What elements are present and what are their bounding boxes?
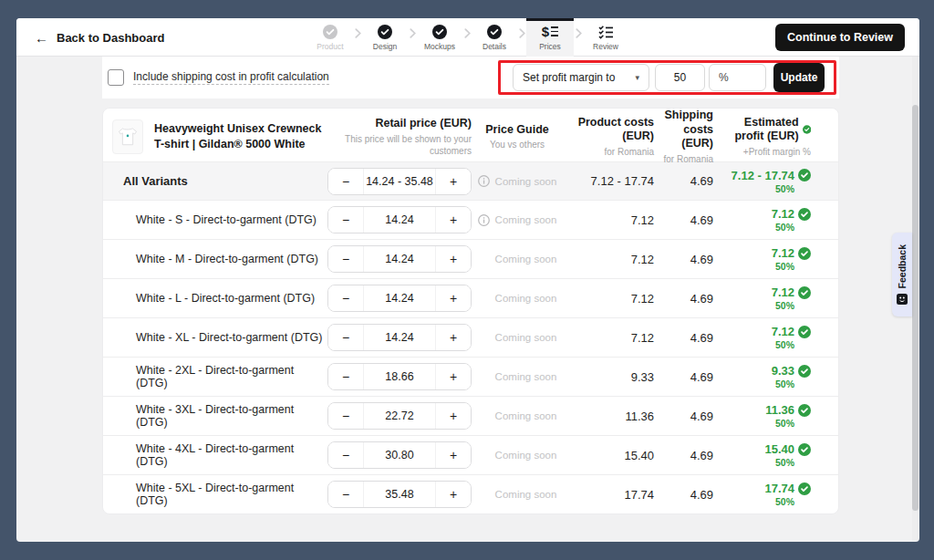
variant-name: White - 4XL - Direct-to-garment (DTG) (103, 442, 327, 468)
back-arrow-icon: ← (35, 31, 48, 45)
shipping-cost-value: 4.69 (658, 292, 717, 306)
include-shipping-checkbox-row[interactable]: Include shipping cost in profit calculat… (102, 69, 329, 86)
retail-price-value[interactable]: 35.48 (363, 482, 436, 507)
info-icon[interactable] (478, 214, 490, 226)
step-mockups[interactable]: Mockups (417, 18, 462, 57)
check-circle-icon (432, 25, 447, 39)
decrease-price-button[interactable]: − (328, 246, 363, 272)
price-guide-status: Coming soon (495, 332, 557, 343)
profit-margin-percent: 50% (717, 261, 811, 272)
retail-price-stepper: − 14.24 + (327, 324, 472, 351)
col-shipping-costs-subtitle: for Romania (658, 153, 713, 165)
profit-margin-percent: 50% (717, 222, 811, 233)
step-label: Mockups (424, 42, 455, 51)
retail-price-value[interactable]: 14.24 (363, 246, 436, 272)
table-row: White - XL - Direct-to-garment (DTG) − 1… (103, 317, 838, 357)
shipping-cost-value: 4.69 (658, 253, 717, 266)
profit-margin-highlight-box: Set profit margin to ▾ 50 % Update (498, 60, 836, 95)
green-check-icon (798, 326, 811, 338)
include-shipping-checkbox[interactable] (108, 69, 124, 86)
pricing-table-card: Heavyweight Unisex Crewneck T-shirt | Gi… (102, 108, 839, 514)
margin-value-input[interactable]: 50 (655, 64, 705, 91)
shipping-cost-value: 4.69 (658, 370, 717, 384)
variant-name: White - S - Direct-to-garment (DTG) (103, 213, 327, 226)
retail-price-value[interactable]: 14.24 (363, 207, 436, 233)
chevron-down-icon: ▾ (635, 73, 639, 82)
increase-price-button[interactable]: + (436, 285, 471, 311)
chevron-right-icon (462, 18, 472, 57)
chevron-right-icon (408, 18, 417, 57)
retail-price-value[interactable]: 18.66 (363, 364, 436, 389)
price-guide-status: Coming soon (495, 176, 557, 187)
green-check-icon (798, 482, 811, 495)
chevron-right-icon (574, 18, 583, 57)
step-details[interactable]: Details (472, 18, 517, 57)
col-guide-subtitle: You vs others (475, 139, 559, 150)
decrease-price-button[interactable]: − (328, 169, 363, 194)
price-guide-status: Coming soon (495, 254, 557, 264)
shipping-cost-value: 4.69 (658, 331, 717, 345)
retail-price-value[interactable]: 14.24 - 35.48 (363, 169, 436, 194)
info-icon[interactable] (478, 175, 490, 187)
product-cost-value: 7.12 - 17.74 (559, 174, 658, 188)
retail-price-value[interactable]: 30.80 (363, 442, 436, 468)
product-cost-value: 11.36 (559, 410, 658, 423)
review-checklist-icon (598, 25, 614, 39)
col-product-costs-subtitle: for Romania (559, 146, 654, 158)
increase-price-button[interactable]: + (436, 403, 471, 429)
back-label: Back to Dashboard (57, 31, 164, 45)
back-to-dashboard-link[interactable]: ← Back to Dashboard (35, 18, 164, 57)
margin-mode-dropdown[interactable]: Set profit margin to ▾ (513, 64, 649, 91)
decrease-price-button[interactable]: − (328, 442, 363, 468)
retail-price-stepper: − 14.24 + (327, 245, 472, 273)
profit-margin-percent: 50% (717, 379, 811, 389)
product-title: Heavyweight Unisex Crewneck T-shirt | Gi… (154, 121, 327, 152)
decrease-price-button[interactable]: − (328, 482, 363, 507)
product-thumbnail (112, 119, 143, 154)
step-review[interactable]: Review (583, 18, 628, 57)
product-cost-value: 17.74 (559, 488, 658, 502)
green-check-icon (803, 123, 811, 136)
decrease-price-button[interactable]: − (328, 325, 363, 350)
retail-price-value[interactable]: 22.72 (363, 403, 436, 429)
green-check-icon (798, 443, 811, 456)
decrease-price-button[interactable]: − (328, 364, 363, 389)
retail-price-stepper: − 18.66 + (327, 363, 472, 390)
decrease-price-button[interactable]: − (328, 285, 363, 311)
profit-margin-percent: 50% (717, 183, 811, 194)
increase-price-button[interactable]: + (436, 207, 471, 233)
update-button[interactable]: Update (773, 63, 825, 92)
increase-price-button[interactable]: + (436, 246, 471, 272)
continue-to-review-button[interactable]: Continue to Review (775, 24, 905, 51)
retail-price-value[interactable]: 14.24 (363, 325, 436, 350)
increase-price-button[interactable]: + (436, 325, 471, 350)
scrollbar-thumb[interactable] (912, 105, 918, 511)
step-label: Prices (539, 42, 561, 51)
table-row: All Variants − 14.24 - 35.48 + Coming so… (103, 161, 838, 200)
step-prices[interactable]: $ Prices (526, 18, 574, 57)
variant-name: All Variants (103, 174, 327, 188)
price-guide-status: Coming soon (495, 293, 557, 304)
step-product[interactable]: Product (307, 18, 353, 57)
check-circle-icon (487, 25, 502, 39)
retail-price-stepper: − 30.80 + (327, 441, 472, 469)
profit-margin-percent: 50% (717, 457, 811, 468)
table-row: White - 5XL - Direct-to-garment (DTG) − … (103, 474, 838, 513)
price-guide-status: Coming soon (495, 214, 557, 225)
increase-price-button[interactable]: + (436, 442, 471, 468)
decrease-price-button[interactable]: − (328, 403, 363, 429)
green-check-icon (798, 286, 811, 299)
step-design[interactable]: Design (362, 18, 408, 57)
margin-unit-input[interactable]: % (709, 64, 766, 91)
progress-stepper: Product Design Mockups Details $ (307, 18, 628, 57)
increase-price-button[interactable]: + (436, 482, 471, 507)
price-guide-status: Coming soon (495, 410, 557, 421)
shipping-cost-value: 4.69 (658, 213, 717, 227)
increase-price-button[interactable]: + (436, 169, 471, 194)
decrease-price-button[interactable]: − (328, 207, 363, 233)
product-cost-value: 9.33 (559, 370, 658, 384)
check-circle-icon (378, 25, 392, 39)
feedback-tab[interactable]: Feedback (892, 233, 912, 316)
increase-price-button[interactable]: + (436, 364, 471, 389)
retail-price-value[interactable]: 14.24 (363, 285, 436, 311)
